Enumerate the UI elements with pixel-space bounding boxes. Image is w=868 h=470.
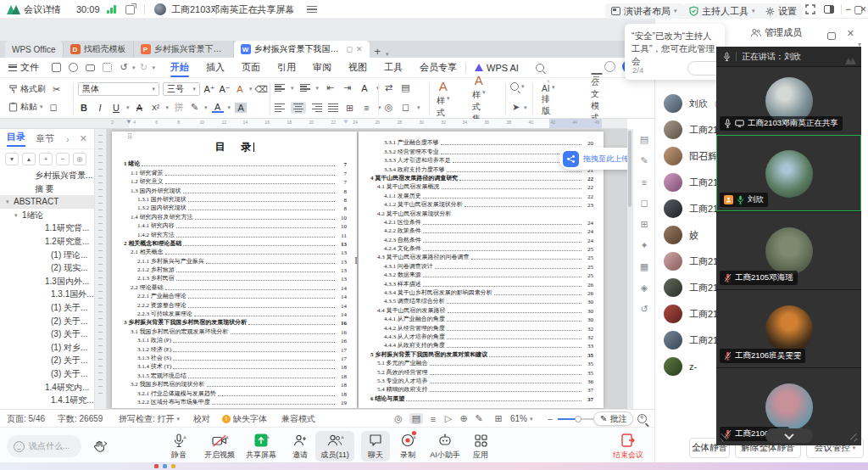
outline-add-button[interactable]: + xyxy=(39,153,53,165)
menu-home[interactable]: 开始 xyxy=(162,58,198,77)
outline-item[interactable]: 1.3.1国外... xyxy=(0,288,94,301)
export-pdf-icon[interactable] xyxy=(67,62,79,74)
cut-icon[interactable]: ✂ xyxy=(51,84,62,95)
font-family-select[interactable]: 黑体▾ xyxy=(78,82,159,96)
find-icon[interactable] xyxy=(510,82,519,91)
border-icon[interactable]: ◻ xyxy=(400,102,411,113)
clap-reaction-button[interactable] xyxy=(88,435,112,457)
columns-icon[interactable]: ▤ xyxy=(400,82,411,93)
numbered-list-icon[interactable] xyxy=(300,84,310,92)
align-right-icon[interactable] xyxy=(312,104,322,112)
tab-chapter[interactable]: 章节 xyxy=(36,132,54,145)
italic-button[interactable]: I xyxy=(94,103,106,113)
favorite-tool-icon[interactable]: ✦ xyxy=(633,235,654,256)
comment-tool-icon[interactable]: ◻ xyxy=(633,193,654,214)
quick-chat-input[interactable]: 说点什么... xyxy=(7,435,81,457)
bullet-list-icon[interactable] xyxy=(275,84,285,92)
outline-item[interactable]: (3) 关于... xyxy=(0,367,94,381)
document-page-1[interactable]: ⠿ 目 录 1 绪论71.1 研究背景71.2 研究意义71.3 国内外研究现状… xyxy=(112,131,357,408)
fullscreen-button[interactable] xyxy=(805,0,815,19)
outline-remove-button[interactable]: − xyxy=(56,153,70,165)
tab-toc[interactable]: 目录 xyxy=(7,131,25,147)
close-panel-icon[interactable]: ✕ xyxy=(847,28,854,39)
outline-collapse-button[interactable]: ▾ xyxy=(5,153,19,165)
align-center-button[interactable] xyxy=(291,102,306,114)
bold-button[interactable]: B xyxy=(78,103,90,113)
popout-panel-icon[interactable] xyxy=(827,28,836,43)
side-panel-toggle-button[interactable] xyxy=(824,0,834,19)
document-area[interactable]: ⠿ 目 录 1 绪论71.1 研究背景71.2 研究意义71.3 国内外研究现状… xyxy=(107,129,627,409)
menu-tools[interactable]: 工具 xyxy=(376,58,411,77)
menu-member[interactable]: 会员专享 xyxy=(411,58,465,77)
open-external-icon[interactable] xyxy=(125,0,135,19)
outline-item[interactable]: (1) 关于... xyxy=(0,301,94,315)
clear-format-icon[interactable]: ⌫ xyxy=(256,84,267,95)
spellcheck-toggle[interactable]: 拼写检查: 打开▾ xyxy=(119,410,180,427)
panel-close-icon[interactable]: ✕ xyxy=(80,133,87,144)
highlight-color-button[interactable]: ✎ xyxy=(189,102,200,113)
gov-mode-button[interactable]: 公文模式 xyxy=(587,80,607,117)
distribute-icon[interactable]: ⊞ xyxy=(344,103,355,114)
document-page-2[interactable]: 3.3.1 产业融合度不够203.3.2 经营管理不专业203.3.3 人才引进… xyxy=(359,131,604,408)
search-button[interactable] xyxy=(527,58,553,77)
fit-page-icon[interactable]: ⊞ xyxy=(492,410,505,427)
video-tile-3[interactable]: 工商2105邓海瑶 xyxy=(716,211,861,289)
members-button[interactable]: ▲ 成员(11) xyxy=(314,433,356,461)
tab-ppt-document[interactable]: P乡村振兴背景下我国乡村民宿的发... xyxy=(134,41,234,58)
outline-item[interactable]: (1) 理论... xyxy=(0,249,94,262)
pinyin-button[interactable]: 拼 xyxy=(173,101,185,114)
video-tile-sharer[interactable]: 工商2103邓南英正在共享 xyxy=(716,66,861,135)
record-button[interactable]: ▲ 录制 xyxy=(388,433,427,461)
outline-item[interactable]: ▾ABSTRACT xyxy=(0,195,94,209)
undo-chevron-icon[interactable]: ▾ xyxy=(132,64,136,71)
font-size-select[interactable]: 三号▾ xyxy=(163,82,200,96)
tab-list-chevron-icon[interactable]: ▾ xyxy=(386,51,389,58)
new-tab-button[interactable]: + xyxy=(370,45,387,58)
menu-review[interactable]: 审阅 xyxy=(304,58,340,77)
outline-item[interactable]: 1.4.1研究... xyxy=(0,394,94,407)
play-view-icon[interactable]: ▷ xyxy=(442,410,455,427)
horizontal-ruler[interactable]: 2468101214161820222426283032343638404244… xyxy=(0,119,627,129)
resize-handle-left[interactable] xyxy=(718,434,728,444)
word-count[interactable]: 字数: 26659 xyxy=(58,410,103,427)
close-tab-icon[interactable]: ✕ xyxy=(356,45,363,53)
outline-item[interactable]: (1) 对乡... xyxy=(0,341,94,355)
outline-item[interactable]: (2) 关于... xyxy=(0,315,94,328)
justify-icon[interactable] xyxy=(328,104,338,112)
select-icon[interactable]: ➤ xyxy=(510,102,521,113)
redo-icon[interactable]: ↻ xyxy=(138,62,150,74)
copy-icon[interactable]: ◻ xyxy=(48,102,59,113)
edit-tool-icon[interactable]: ✎ xyxy=(633,150,654,171)
chat-button[interactable]: 聊天 xyxy=(359,433,392,461)
panel-expand-icon[interactable]: › xyxy=(66,134,70,144)
video-tile-speaker[interactable]: 刘欣 xyxy=(716,135,861,211)
share-screen-button[interactable]: ▲ 共享屏幕 xyxy=(242,433,281,461)
menu-page[interactable]: 页面 xyxy=(233,58,269,77)
menu-view[interactable]: 视图 xyxy=(340,58,376,77)
decrease-indent-icon[interactable]: ⇤ xyxy=(325,82,336,93)
ai-assistant-button[interactable]: AI小助手 xyxy=(426,433,465,461)
outline-item[interactable]: 1.2研究意... xyxy=(0,235,94,249)
grid-tool-icon[interactable]: ⊞ xyxy=(633,214,654,235)
line-spacing-icon[interactable]: ≡ xyxy=(361,103,372,114)
outline-view-icon[interactable]: ≡ xyxy=(426,410,440,427)
history-tool-icon[interactable]: ↺ xyxy=(633,299,654,320)
increase-indent-icon[interactable]: ⇥ xyxy=(342,82,353,93)
text-effects-button[interactable]: A xyxy=(234,84,246,94)
web-view-icon[interactable]: ⊕ xyxy=(457,410,470,427)
table-tool-icon[interactable]: ▦ xyxy=(633,256,654,277)
docer-resource-icon[interactable]: ▤ xyxy=(633,129,654,150)
underline-button[interactable]: U xyxy=(110,103,122,113)
layout-button[interactable]: 演讲者布局▾ xyxy=(605,2,683,20)
superscript-button[interactable]: X² xyxy=(150,104,162,112)
text-direction-icon[interactable]: ⇄ xyxy=(383,82,394,93)
outline-item[interactable]: ▾1绪论 xyxy=(0,209,94,222)
styleset-button[interactable]: A样式集▾ xyxy=(468,80,490,117)
end-meeting-button[interactable]: 结束会议 xyxy=(609,433,648,461)
menu-file[interactable]: 文件 xyxy=(0,58,47,77)
tab-word-document[interactable]: W乡村振兴背景下我国民宿的发...◻✕ xyxy=(234,41,370,58)
style-button[interactable]: A样式▾ xyxy=(432,80,454,117)
video-tile-4[interactable]: 工商2106班吴雯雯 xyxy=(716,289,861,367)
format-painter-button[interactable]: 格式刷 xyxy=(5,82,49,96)
ai-layout-button[interactable]: AI 排版▾ xyxy=(537,80,559,117)
